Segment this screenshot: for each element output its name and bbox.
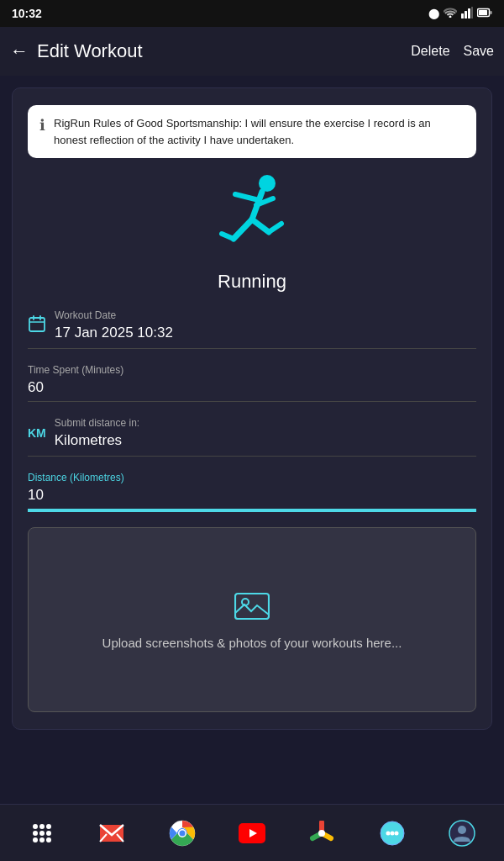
time-spent-section: Time Spent (Minutes): [28, 364, 476, 402]
svg-line-14: [269, 224, 281, 232]
km-label: KM: [28, 426, 46, 440]
svg-line-12: [222, 234, 234, 239]
workout-date-value: 17 Jan 2025 10:32: [55, 325, 173, 341]
svg-line-13: [252, 219, 269, 232]
distance-input[interactable]: [28, 487, 476, 510]
image-upload-icon: [234, 589, 270, 627]
info-icon: ℹ: [39, 116, 45, 135]
nav-profile[interactable]: [443, 814, 481, 853]
svg-point-23: [46, 824, 51, 829]
nav-messages[interactable]: [373, 814, 412, 853]
battery-icon: [477, 8, 492, 20]
edit-workout-card: ℹ RigRun Rules of Good Sportsmanship: I …: [12, 87, 492, 730]
svg-point-28: [39, 837, 45, 843]
svg-point-24: [33, 831, 38, 836]
svg-rect-15: [29, 318, 45, 331]
svg-point-25: [39, 831, 45, 836]
svg-point-41: [386, 831, 390, 835]
back-button[interactable]: ←: [10, 42, 29, 61]
rules-banner: ℹ RigRun Rules of Good Sportsmanship: I …: [28, 105, 476, 158]
svg-rect-6: [479, 10, 487, 15]
upload-text: Upload screenshots & photos of your work…: [102, 636, 402, 650]
workout-date-label: Workout Date: [55, 309, 476, 321]
app-bar: ← Edit Workout Delete Save: [0, 27, 504, 76]
workout-date-section: Workout Date 17 Jan 2025 10:32: [28, 309, 476, 349]
svg-point-21: [33, 824, 38, 829]
distance-unit-row[interactable]: KM Submit distance in: Kilometres: [28, 417, 476, 457]
svg-rect-2: [468, 8, 470, 18]
time-divider: [28, 401, 476, 402]
delete-button[interactable]: Delete: [411, 44, 449, 59]
app-title: Edit Workout: [37, 40, 143, 62]
svg-rect-3: [471, 7, 473, 18]
workout-name: Running: [218, 271, 286, 293]
svg-rect-0: [461, 13, 464, 18]
svg-point-36: [179, 830, 185, 836]
svg-point-27: [33, 837, 38, 843]
nav-gmail[interactable]: [92, 814, 131, 853]
workout-date-content: Workout Date 17 Jan 2025 10:32: [55, 309, 476, 341]
distance-unit-section: KM Submit distance in: Kilometres: [28, 417, 476, 457]
distance-section: Distance (Kilometres): [28, 472, 476, 512]
rules-text: RigRun Rules of Good Sportsmanship: I wi…: [54, 115, 465, 148]
notification-icon: ⬤: [428, 8, 439, 19]
calendar-icon: [28, 314, 46, 337]
wifi-icon: [444, 7, 457, 20]
nav-photos[interactable]: [302, 814, 341, 853]
running-icon: [210, 173, 294, 266]
distance-unit-content: Submit distance in: Kilometres: [55, 417, 476, 449]
svg-rect-1: [465, 11, 467, 18]
time-label: Time Spent (Minutes): [28, 364, 476, 376]
main-content: ℹ RigRun Rules of Good Sportsmanship: I …: [0, 76, 504, 804]
svg-point-22: [39, 824, 45, 829]
svg-point-29: [46, 837, 51, 843]
svg-point-42: [390, 831, 394, 835]
bottom-nav: [0, 804, 504, 861]
app-bar-right: Delete Save: [411, 44, 494, 59]
signal-icon: [461, 7, 473, 21]
status-bar: 10:32 ⬤: [0, 0, 504, 27]
svg-line-11: [234, 219, 252, 239]
status-icons: ⬤: [428, 7, 492, 21]
distance-unit-value: Kilometres: [55, 432, 122, 448]
distance-label: Distance (Kilometres): [28, 472, 476, 483]
nav-youtube[interactable]: [233, 814, 271, 853]
svg-line-9: [235, 194, 259, 200]
svg-point-26: [46, 831, 51, 836]
app-bar-left: ← Edit Workout: [10, 40, 143, 62]
svg-point-39: [318, 830, 325, 837]
save-button[interactable]: Save: [464, 44, 494, 59]
svg-rect-19: [235, 594, 269, 619]
svg-rect-5: [491, 11, 492, 14]
status-time: 10:32: [12, 7, 42, 20]
workout-date-row[interactable]: Workout Date 17 Jan 2025 10:32: [28, 309, 476, 349]
svg-point-45: [458, 826, 466, 834]
distance-unit-label: Submit distance in:: [55, 417, 476, 429]
nav-chrome[interactable]: [163, 814, 202, 853]
nav-apps[interactable]: [23, 814, 61, 853]
upload-area[interactable]: Upload screenshots & photos of your work…: [28, 527, 476, 712]
svg-point-43: [394, 831, 398, 835]
time-input[interactable]: [28, 379, 476, 396]
workout-icon-area: Running: [28, 173, 476, 293]
